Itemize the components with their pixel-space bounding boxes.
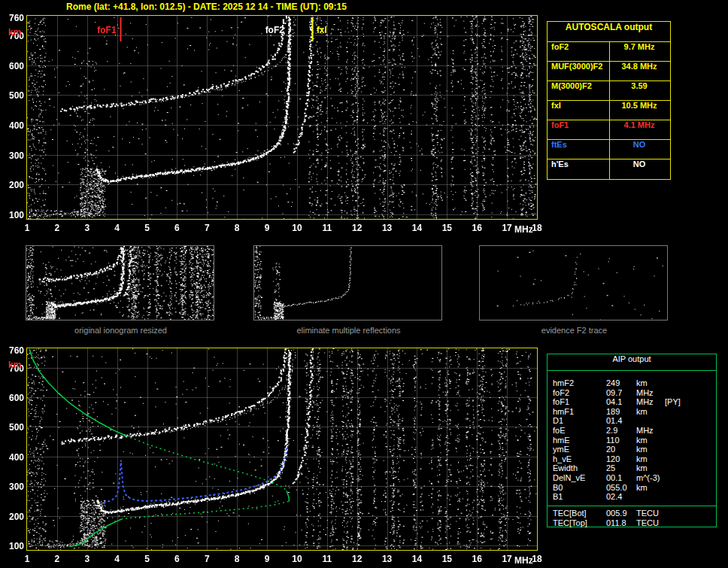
autoscala-table-header: AUTOSCALA output: [548, 22, 670, 42]
y-axis-tick: 200: [2, 512, 24, 522]
aip-row-B0: B0055.0km: [548, 483, 716, 492]
aip-param-value: 011.8: [606, 518, 626, 527]
thumbnail-original-ionogram: [26, 245, 214, 320]
x-axis-tick: 16: [472, 554, 482, 564]
aip-param-unit: MHz: [636, 426, 654, 435]
autoscala-param-label: ftEs: [551, 140, 567, 149]
aip-param-value: 055.0: [606, 483, 627, 492]
x-axis-tick: 12: [352, 223, 362, 233]
x-axis-tick: 16: [472, 223, 482, 233]
autoscala-param-label: M(3000)F2: [551, 81, 592, 90]
aip-param-unit: km: [636, 436, 648, 445]
aip-row-ymE: ymE20km: [548, 445, 716, 454]
aip-param-unit: km: [636, 407, 648, 416]
profile-ionogram-plot: [26, 348, 538, 551]
autoscala-param-value: 4.1 MHz: [610, 120, 669, 129]
aip-param-unit: TECU: [636, 518, 659, 527]
x-axis-tick: 3: [84, 554, 89, 564]
aip-param-name: hmE: [553, 436, 570, 445]
x-axis-tick: 7: [205, 554, 210, 564]
aip-param-name: hmF2: [553, 378, 574, 387]
aip-param-value: 01.4: [606, 416, 622, 425]
aip-param-extra: [PY]: [665, 397, 681, 406]
thumbnail-caption: original ionogram resized: [26, 326, 216, 335]
x-axis-tick: 17: [502, 554, 511, 564]
thumbnail-f2-canvas: [480, 246, 667, 320]
y-axis-unit: km: [8, 27, 21, 38]
y-axis-tick: 760: [2, 345, 24, 356]
aip-row-TEC[Bot]: TEC[Bot]005.9TECU: [548, 509, 716, 518]
aip-param-name: DelN_vE: [553, 473, 585, 482]
x-axis-tick: 4: [114, 223, 120, 233]
aip-param-unit: km: [636, 378, 648, 387]
aip-param-name: D1: [553, 416, 563, 425]
x-axis-tick: 12: [352, 554, 362, 564]
x-axis-tick: 2: [55, 554, 60, 564]
aip-row-D1: D101.4: [548, 416, 716, 425]
aip-param-name: TEC[Top]: [553, 518, 587, 527]
x-axis-tick: 9: [265, 223, 270, 233]
x-axis-tick: 8: [235, 223, 240, 233]
aip-row-DelN_vE: DelN_vE00.1m^(-3): [548, 473, 716, 482]
aip-param-unit: km: [636, 454, 648, 463]
x-axis-tick: 1: [25, 223, 30, 233]
x-axis-unit: MHz: [514, 555, 533, 566]
autoscala-param-label: foF1: [551, 120, 569, 129]
x-axis-tick: 7: [205, 223, 210, 233]
y-axis-tick: 500: [2, 422, 24, 433]
autoscala-param-label: fxI: [551, 101, 561, 110]
autoscala-param-label: foF2: [551, 42, 569, 51]
x-axis-tick: 10: [292, 223, 302, 233]
aip-param-unit: MHz: [636, 397, 654, 406]
x-axis-tick: 5: [144, 223, 150, 233]
aip-param-unit: m^(-3): [636, 473, 660, 482]
aip-row-foF2: foF209.7MHz: [548, 388, 716, 397]
autoscala-param-value: 10.5 MHz: [610, 101, 669, 110]
aip-row-hmF1: hmF1189km: [548, 407, 716, 416]
aip-param-unit: TECU: [636, 509, 659, 518]
autoscala-param-label: h'Es: [551, 159, 569, 169]
aip-param-value: 25: [606, 463, 615, 472]
autoscala-window: Rome (lat: +41.8, lon: 012.5) - DATE: 20…: [0, 0, 728, 568]
y-axis-tick: 300: [2, 150, 24, 161]
aip-param-name: B1: [553, 492, 563, 501]
thumbnail-cleaned-ionogram: [253, 245, 442, 320]
y-axis-tick: 500: [2, 90, 24, 101]
x-axis-tick: 14: [412, 223, 422, 233]
aip-row-h_vE: h_vE120km: [548, 454, 716, 463]
x-axis-tick: 11: [322, 223, 332, 233]
aip-param-value: 189: [606, 407, 620, 416]
y-axis-tick: 600: [2, 393, 24, 403]
aip-param-value: 09.7: [606, 388, 622, 397]
aip-row-B1: B102.4: [548, 492, 716, 501]
thumbnail-f2-trace: [479, 245, 668, 320]
x-axis-tick: 5: [144, 554, 150, 564]
aip-param-name: hmF1: [553, 407, 574, 416]
y-axis-tick: 200: [2, 180, 24, 190]
aip-output-table: AIP output hmF2249kmfoF209.7MHzfoF104.1M…: [547, 354, 717, 527]
y-axis-tick: 600: [2, 61, 24, 71]
aip-tec-separator: [548, 506, 716, 506]
x-axis-tick: 11: [322, 554, 332, 564]
y-axis-tick: 300: [2, 481, 24, 492]
aip-param-name: h_vE: [553, 454, 572, 463]
x-axis-tick: 15: [442, 223, 452, 233]
aip-param-unit: km: [636, 463, 648, 472]
aip-param-value: 02.4: [606, 492, 622, 501]
aip-param-value: 005.9: [606, 509, 627, 518]
main-ionogram-canvas: [27, 16, 537, 219]
aip-table-header: AIP output: [548, 354, 716, 371]
aip-param-name: foF2: [553, 388, 569, 397]
y-axis-tick: 760: [2, 13, 24, 23]
autoscala-param-label: MUF(3000)F2: [551, 62, 602, 71]
x-axis-tick: 8: [235, 554, 240, 564]
aip-param-name: TEC[Bot]: [553, 509, 587, 518]
aip-param-value: 00.1: [606, 473, 622, 482]
x-axis-tick: 18: [532, 223, 541, 233]
autoscala-param-value: 3.59: [610, 81, 669, 90]
aip-param-name: B0: [553, 483, 563, 492]
autoscala-param-value: NO: [610, 159, 669, 169]
station-date-header: Rome (lat: +41.8, lon: 012.5) - DATE: 20…: [66, 2, 347, 12]
y-axis-tick: 100: [2, 541, 24, 551]
thumbnail-original-canvas: [26, 246, 214, 320]
